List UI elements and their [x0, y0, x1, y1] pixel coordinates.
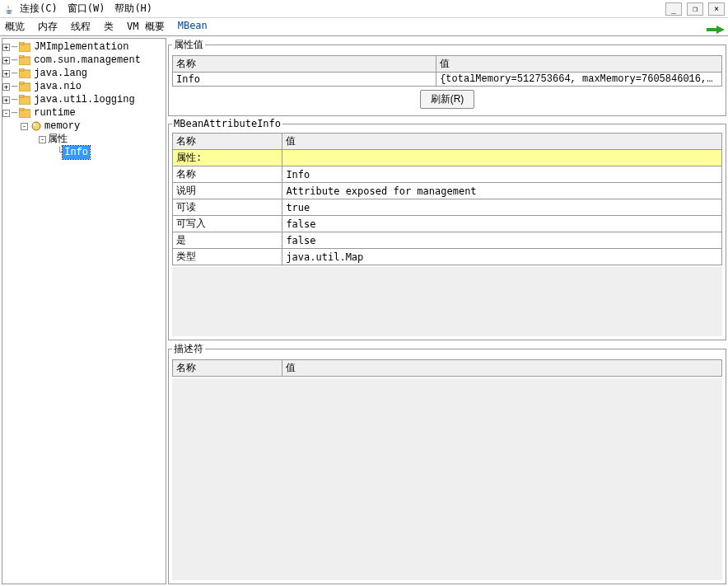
menu-connect[interactable]: 连接(C): [20, 2, 58, 16]
tree-node[interactable]: + ─ JMImplementation: [2, 40, 166, 54]
table-row[interactable]: 类型 java.util.Map: [173, 249, 722, 265]
detail-pane: 属性值 名称 值 Info {totalMemory=512753664, ma…: [168, 38, 726, 584]
col-name[interactable]: 名称: [173, 360, 282, 377]
maximize-button[interactable]: ❐: [687, 2, 703, 16]
cell: 可写入: [173, 216, 282, 232]
col-value[interactable]: 值: [282, 134, 722, 150]
svg-rect-11: [19, 95, 24, 97]
tab-memory[interactable]: 内存: [36, 18, 59, 35]
svg-point-15: [34, 124, 36, 126]
info-body-blank: [172, 267, 722, 336]
descriptor-body-blank: [172, 378, 722, 580]
tree-node-memory[interactable]: - memory: [2, 120, 166, 133]
cell: Info: [282, 166, 722, 183]
tree-node[interactable]: + ─ java.lang: [2, 67, 166, 80]
collapse-icon[interactable]: -: [2, 110, 10, 117]
col-name[interactable]: 名称: [173, 134, 282, 150]
col-value[interactable]: 值: [282, 360, 722, 377]
section-title: 属性值: [172, 38, 205, 52]
collapse-icon[interactable]: -: [39, 136, 46, 143]
section-title: MBeanAttributeInfo: [172, 118, 282, 129]
tree-label: runtime: [34, 106, 75, 120]
tree-label-selected: Info: [63, 146, 90, 159]
tree-node-info[interactable]: └ Info: [2, 146, 166, 159]
tree-label: 属性: [48, 133, 68, 146]
tree-label: com.sun.management: [34, 54, 141, 67]
svg-rect-13: [19, 108, 24, 110]
cell: Attribute exposed for management: [282, 183, 722, 199]
tree-label: java.nio: [34, 80, 82, 93]
connection-status-icon: [707, 24, 725, 35]
menu-window[interactable]: 窗口(W): [68, 2, 105, 16]
minimize-button[interactable]: _: [665, 2, 682, 16]
menu-help[interactable]: 帮助(H): [114, 2, 152, 16]
section-descriptor: 描述符 名称 值: [168, 342, 726, 584]
table-row[interactable]: Info {totalMemory=512753664, maxMemory=7…: [173, 73, 722, 87]
collapse-icon[interactable]: -: [21, 123, 28, 130]
svg-rect-7: [19, 68, 24, 71]
svg-marker-1: [716, 26, 725, 34]
cell: false: [282, 216, 722, 232]
tree-node[interactable]: + ─ java.util.logging: [2, 93, 166, 106]
cell: 可读: [173, 199, 282, 216]
tab-classes[interactable]: 类: [102, 18, 115, 35]
table-row[interactable]: 说明 Attribute exposed for management: [173, 183, 722, 199]
folder-icon: [19, 68, 30, 78]
cell: false: [282, 232, 722, 249]
cell: 类型: [173, 249, 282, 265]
tree-label: java.util.logging: [34, 93, 134, 106]
folder-icon: [19, 55, 30, 65]
svg-rect-5: [19, 55, 24, 58]
svg-rect-9: [19, 82, 24, 84]
refresh-button[interactable]: 刷新(R): [420, 90, 475, 109]
tab-threads[interactable]: 线程: [69, 18, 92, 35]
expand-icon[interactable]: +: [2, 83, 10, 91]
cell: 属性:: [173, 150, 282, 166]
descriptor-table[interactable]: 名称 值: [172, 359, 722, 377]
section-title: 描述符: [172, 342, 205, 356]
section-attribute-info: MBeanAttributeInfo 名称 值 属性: 名称 Info 说明 A: [168, 118, 726, 340]
tree-node-attributes[interactable]: - 属性: [2, 133, 166, 146]
svg-rect-0: [707, 28, 716, 31]
main-area: + ─ JMImplementation + ─ com.sun.managem…: [0, 36, 728, 586]
table-row[interactable]: 是 false: [173, 232, 722, 249]
attribute-value-table[interactable]: 名称 值 Info {totalMemory=512753664, maxMem…: [172, 55, 722, 87]
tree-node[interactable]: + ─ java.nio: [2, 80, 166, 93]
cell: java.util.Map: [282, 249, 722, 265]
expand-icon[interactable]: +: [2, 70, 10, 77]
tree-node[interactable]: + ─ com.sun.management: [2, 54, 166, 67]
expand-icon[interactable]: +: [2, 44, 10, 51]
tree-label: java.lang: [34, 67, 87, 80]
titlebar: 连接(C) 窗口(W) 帮助(H) _ ❐ ×: [0, 0, 728, 18]
table-row[interactable]: 可写入 false: [173, 216, 722, 232]
java-icon: [3, 3, 15, 15]
col-value[interactable]: 值: [436, 56, 722, 73]
tree-node-runtime[interactable]: - ─ runtime: [2, 106, 166, 120]
cell: [282, 150, 722, 166]
expand-icon[interactable]: +: [2, 96, 10, 104]
cell-name: Info: [173, 73, 436, 87]
expand-icon[interactable]: +: [2, 57, 10, 64]
mbean-icon: [31, 121, 41, 131]
tree-label: JMImplementation: [34, 40, 128, 54]
tab-mbean[interactable]: MBean: [176, 18, 209, 35]
table-row[interactable]: 可读 true: [173, 199, 722, 216]
folder-icon: [19, 95, 30, 105]
cell-value: {totalMemory=512753664, maxMemory=760584…: [436, 73, 722, 87]
cell: 是: [173, 232, 282, 249]
svg-rect-3: [19, 42, 24, 45]
tab-vm[interactable]: VM 概要: [125, 18, 166, 35]
folder-icon: [19, 108, 30, 118]
section-attribute-value: 属性值 名称 值 Info {totalMemory=512753664, ma…: [168, 38, 726, 116]
mbean-tree[interactable]: + ─ JMImplementation + ─ com.sun.managem…: [2, 38, 166, 584]
tab-overview[interactable]: 概览: [3, 18, 26, 35]
table-row[interactable]: 名称 Info: [173, 166, 722, 183]
col-name[interactable]: 名称: [173, 56, 436, 73]
attribute-info-table[interactable]: 名称 值 属性: 名称 Info 说明 Attribute exposed fo…: [172, 133, 722, 265]
cell: 名称: [173, 166, 282, 183]
close-button[interactable]: ×: [708, 2, 725, 16]
folder-icon: [19, 82, 30, 91]
menu-bar: 连接(C) 窗口(W) 帮助(H): [20, 2, 152, 16]
tree-label: memory: [44, 120, 80, 133]
table-row[interactable]: 属性:: [173, 150, 722, 166]
